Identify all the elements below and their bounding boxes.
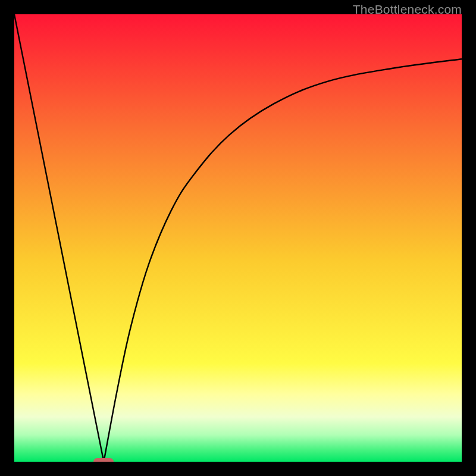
- chart-frame: [14, 14, 462, 462]
- chart-curve: [14, 14, 462, 462]
- curve-path: [14, 14, 462, 462]
- bottleneck-marker: [93, 458, 114, 462]
